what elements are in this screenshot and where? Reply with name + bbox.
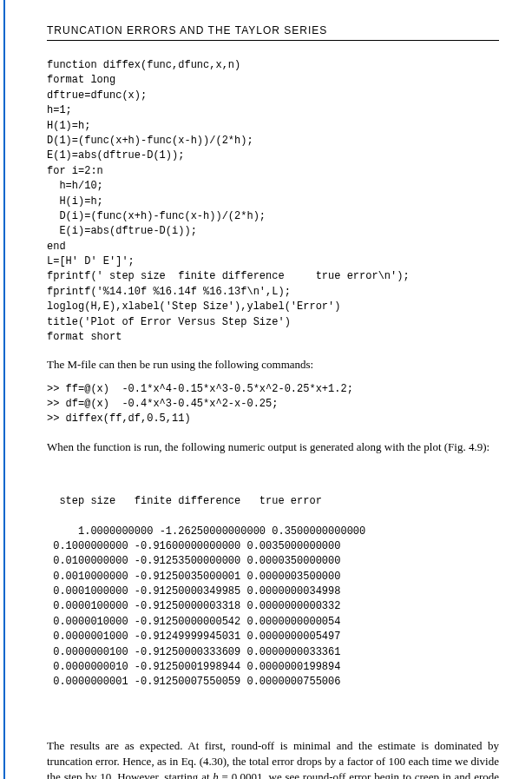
output-table-header: step size finite difference true error — [47, 494, 499, 509]
output-table-rows: 1.0000000000 -1.26250000000000 0.3500000… — [47, 525, 365, 689]
page-content: TRUNCATION ERRORS AND THE TAYLOR SERIES … — [3, 0, 532, 779]
paragraph-run-commands: The M-file can then be run using the fol… — [47, 357, 499, 373]
results-paragraph: The results are as expected. At first, r… — [47, 738, 499, 779]
matlab-run-commands: >> ff=@(x) -0.1*x^4-0.15*x^3-0.5*x^2-0.2… — [47, 382, 499, 427]
matlab-function-code: function diffex(func,dfunc,x,n) format l… — [47, 58, 499, 345]
numeric-output-table: step size finite difference true error 1… — [47, 464, 499, 721]
paragraph-output-intro: When the function is run, the following … — [47, 439, 499, 455]
page-header: TRUNCATION ERRORS AND THE TAYLOR SERIES — [47, 24, 499, 41]
